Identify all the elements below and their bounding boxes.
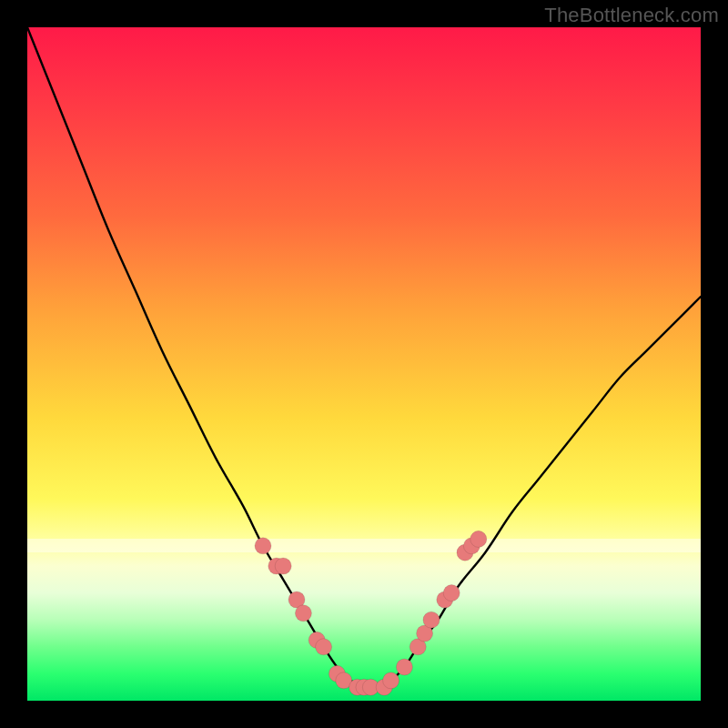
curve-marker <box>275 558 291 574</box>
curve-marker <box>470 531 487 547</box>
chart-stage: TheBottleneck.com <box>0 0 728 728</box>
markers-group <box>255 531 487 695</box>
markers-layer <box>27 27 701 701</box>
curve-marker <box>295 605 311 622</box>
curve-marker <box>316 639 332 655</box>
watermark-text: TheBottleneck.com <box>544 4 719 27</box>
curve-marker <box>255 538 271 554</box>
curve-marker <box>443 585 460 602</box>
plot-area <box>27 27 701 701</box>
curve-marker <box>396 659 412 675</box>
curve-marker <box>423 612 440 628</box>
curve-marker <box>383 672 399 689</box>
